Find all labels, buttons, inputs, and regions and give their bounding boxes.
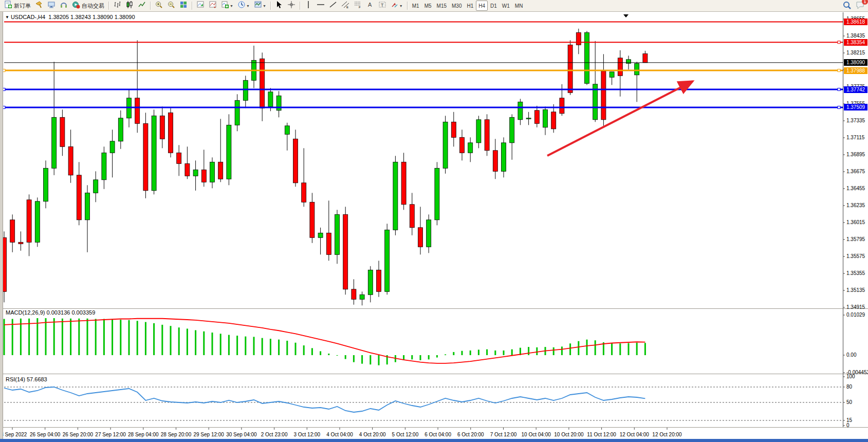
chart-background[interactable]	[4, 12, 868, 439]
line-chart-button[interactable]	[136, 1, 147, 11]
line-handle[interactable]	[838, 88, 840, 91]
periods-button[interactable]: ▼	[236, 1, 251, 11]
chevron-down-icon: ▼	[399, 4, 403, 8]
candle-body	[626, 60, 631, 64]
zoom-out-button[interactable]	[165, 1, 177, 11]
tool-button[interactable]	[58, 1, 69, 11]
text-button[interactable]: A	[364, 1, 376, 11]
macd-histogram-bar	[511, 349, 513, 355]
candle-body	[318, 233, 323, 237]
zoom-in-button[interactable]	[153, 1, 164, 11]
autotrading-button[interactable]: 自动交易	[70, 1, 106, 11]
macd-histogram-bar	[453, 352, 454, 355]
time-axis-label: 23 Sep 2022	[0, 432, 27, 437]
timeframe-m15[interactable]: M15	[434, 1, 449, 11]
macd-histogram-bar	[428, 355, 430, 359]
macd-axis-label: 0.01029	[846, 312, 865, 318]
macd-histogram-bar	[619, 343, 621, 355]
candle-body	[560, 98, 564, 114]
trend-arrow-annotation[interactable]	[547, 81, 693, 156]
macd-histogram-bar	[378, 355, 380, 365]
macd-histogram-bar	[561, 346, 563, 355]
candlestick-chart-button[interactable]	[124, 1, 135, 11]
candle-body	[460, 137, 465, 153]
price-axis-label: 1.36455	[846, 186, 865, 191]
cursor-button[interactable]	[273, 1, 285, 11]
macd-histogram-bar	[220, 334, 221, 355]
channel-button[interactable]: E	[340, 1, 351, 11]
tile-windows-button[interactable]	[178, 1, 189, 11]
toolbar-separator	[407, 2, 408, 10]
line-handle[interactable]	[838, 106, 840, 108]
candle-body	[585, 32, 589, 83]
candle-body	[385, 230, 390, 291]
candle-body	[451, 122, 456, 137]
horizontal-line-button[interactable]	[315, 1, 326, 11]
chart-canvas	[0, 0, 868, 442]
timeframe-m5[interactable]: M5	[422, 1, 434, 11]
candle-body	[268, 92, 273, 107]
chevron-down-icon: ▼	[5, 15, 9, 20]
profile-button-2[interactable]	[207, 1, 218, 11]
search-icon[interactable]	[842, 1, 852, 12]
text-label-button[interactable]: T	[377, 1, 388, 11]
candle-body	[35, 201, 40, 243]
line-handle[interactable]	[838, 69, 840, 72]
tool-button[interactable]	[46, 1, 57, 11]
new-order-icon	[4, 1, 12, 11]
candle-body	[77, 175, 81, 220]
templates-button[interactable]: ▼	[252, 1, 268, 11]
timeframe-h4[interactable]: H4	[476, 1, 488, 11]
profile-button[interactable]	[195, 1, 206, 11]
new-order-button[interactable]: 新订单	[3, 1, 32, 11]
price-axis-label: 1.36235	[846, 202, 865, 208]
macd-histogram-bar	[278, 340, 280, 355]
macd-histogram-bar	[470, 351, 471, 355]
time-axis-label: 12 Oct 20:00	[652, 432, 681, 437]
macd-histogram-bar	[62, 319, 63, 355]
line-handle[interactable]	[838, 41, 840, 44]
price-axis-label: 1.35795	[846, 236, 865, 242]
timeframe-h1[interactable]: H1	[464, 1, 476, 11]
arrows-icon	[391, 1, 399, 11]
candle-body	[418, 228, 423, 247]
time-axis-label: 6 Oct 04:00	[424, 432, 451, 437]
time-axis-label: 5 Oct 12:00	[392, 432, 419, 437]
timeframe-mn[interactable]: MN	[512, 1, 526, 11]
macd-histogram-bar	[461, 351, 463, 355]
macd-histogram-bar	[270, 339, 271, 355]
candle-body	[152, 116, 156, 190]
candle-body	[435, 168, 439, 220]
macd-histogram-bar	[386, 355, 388, 364]
vertical-line-button[interactable]	[303, 1, 314, 11]
svg-text:F: F	[359, 6, 361, 9]
toolbar-separator	[192, 2, 192, 10]
chat-button[interactable]: 1	[856, 1, 865, 12]
timeframe-m30[interactable]: M30	[449, 1, 464, 11]
macd-histogram-bar	[628, 343, 630, 355]
equidistant-channel-icon: E	[341, 1, 349, 11]
indicators-button[interactable]: ▼	[219, 1, 235, 11]
crosshair-button[interactable]	[286, 1, 297, 11]
macd-histogram-bar	[361, 355, 363, 364]
timeframe-w1[interactable]: W1	[500, 1, 512, 11]
fibonacci-button[interactable]: F	[352, 1, 363, 11]
macd-histogram-bar	[395, 355, 396, 362]
chart-shift-marker[interactable]	[623, 14, 629, 17]
timeframe-m1[interactable]: M1	[410, 1, 422, 11]
arrows-button[interactable]: ▼	[389, 1, 404, 11]
timeframe-d1[interactable]: D1	[488, 1, 500, 11]
tool-button[interactable]	[33, 1, 45, 11]
bar-chart-button[interactable]	[112, 1, 123, 11]
trendline-button[interactable]	[327, 1, 339, 11]
macd-signal-line	[4, 319, 645, 363]
price-axis-label: 1.38215	[846, 50, 865, 56]
candle-body	[293, 139, 298, 183]
monitor-icon	[47, 1, 56, 11]
time-axis-label: 7 Oct 12:00	[490, 432, 517, 437]
toolbar: 新订单 自动交易	[0, 0, 868, 12]
candle-body	[177, 153, 181, 163]
candle-body	[643, 54, 648, 63]
macd-histogram-bar	[53, 318, 55, 355]
candle-body	[218, 162, 223, 179]
